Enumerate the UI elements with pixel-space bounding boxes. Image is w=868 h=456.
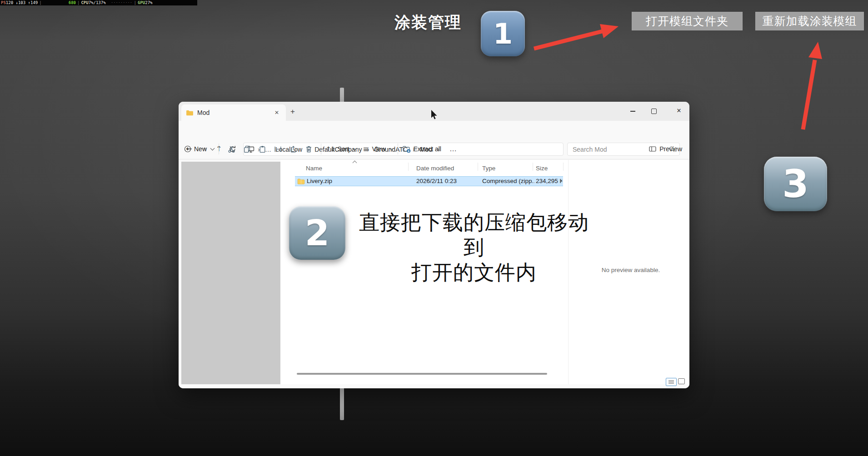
svg-text:A: A xyxy=(276,147,279,152)
fps-overlay: PS 120 ↓103 ↑149 | 680 | CPU 7%/137% ···… xyxy=(0,0,197,5)
status-bar xyxy=(179,384,689,388)
column-header-name[interactable]: Name xyxy=(306,165,322,172)
file-date-modified: 2026/2/11 0:23 xyxy=(416,178,457,184)
background-divider-bar xyxy=(340,88,344,102)
preview-empty-text: No preview available. xyxy=(585,267,676,273)
instruction-text: 直接把下载的压缩包移动到 打开的文件内 xyxy=(349,210,599,285)
game-screen: PS 120 ↓103 ↑149 | 680 | CPU 7%/137% ···… xyxy=(0,0,868,456)
share-icon xyxy=(289,145,297,153)
reload-livery-mods-button[interactable]: 重新加载涂装模组 xyxy=(755,12,864,30)
cpu-graph: ········· xyxy=(111,0,133,5)
chevron-down-icon xyxy=(210,146,215,151)
new-label: New xyxy=(194,145,207,153)
arrow-to-reload-button xyxy=(794,36,826,134)
cut-button[interactable] xyxy=(224,142,238,156)
delete-button[interactable] xyxy=(302,142,315,156)
view-icon: ≡ xyxy=(363,144,369,154)
paste-button[interactable] xyxy=(255,142,269,156)
gpu-label: GPU xyxy=(138,0,145,5)
rename-button[interactable]: A xyxy=(271,142,284,156)
tab-title: Mod xyxy=(197,109,272,116)
step-3-keycap: 3 xyxy=(764,157,827,211)
details-view-toggle[interactable] xyxy=(666,378,677,386)
more-options-icon[interactable]: … xyxy=(449,145,457,153)
fps-values: 120 ↓103 ↑149 xyxy=(6,0,38,5)
page-title: 涂装管理 xyxy=(394,12,485,33)
copy-button[interactable] xyxy=(240,142,254,156)
step-1-keycap: 1 xyxy=(481,11,525,56)
column-header-date[interactable]: Date modified xyxy=(416,165,454,172)
open-mod-folder-button[interactable]: 打开模组文件夹 xyxy=(632,12,743,30)
command-bar: New A xyxy=(179,139,689,159)
address-bar: ← → ↑ › … LocalLow › DefaultCompany › Gr… xyxy=(179,121,689,139)
sort-button[interactable]: ↑↓ Sort xyxy=(326,145,356,153)
instruction-line-2: 打开的文件内 xyxy=(349,260,599,285)
column-header-type[interactable]: Type xyxy=(482,165,495,172)
fps-average: 680 xyxy=(69,0,76,5)
toolbar-divider xyxy=(398,144,398,154)
navigation-pane xyxy=(181,162,280,384)
sort-icon: ↑↓ xyxy=(326,145,334,153)
sort-label: Sort xyxy=(337,145,349,153)
chevron-down-icon xyxy=(389,146,394,151)
column-divider[interactable] xyxy=(563,163,564,171)
step-2-keycap: 2 xyxy=(289,206,345,260)
column-divider[interactable] xyxy=(478,163,478,171)
mouse-cursor xyxy=(431,110,438,120)
horizontal-scrollbar[interactable] xyxy=(297,373,547,375)
tab-close-icon[interactable]: ✕ xyxy=(272,109,281,117)
cut-icon xyxy=(228,145,235,153)
extract-all-label: Extract all xyxy=(414,145,441,153)
tab-mod[interactable]: Mod ✕ xyxy=(181,104,286,121)
details-view-icon xyxy=(668,380,674,384)
copy-icon xyxy=(243,145,251,153)
maximize-button[interactable] xyxy=(651,109,657,114)
new-tab-button[interactable]: + xyxy=(290,107,295,116)
cpu-label: CPU xyxy=(81,0,88,5)
overlay-separator: | xyxy=(133,0,138,5)
toolbar-divider xyxy=(321,144,321,154)
new-button[interactable]: New xyxy=(184,145,214,153)
view-button[interactable]: ≡ View xyxy=(363,144,393,154)
preview-toggle-button[interactable]: Preview xyxy=(649,145,682,153)
rename-icon: A xyxy=(274,145,282,153)
instruction-line-1: 直接把下载的压缩包移动到 xyxy=(349,210,599,260)
table-row-livery-zip[interactable]: Livery.zip 2026/2/11 0:23 Compressed (zi… xyxy=(295,176,563,186)
file-type: Compressed (zipp... xyxy=(482,178,534,184)
extract-all-button[interactable]: Extract all xyxy=(403,145,441,153)
share-button[interactable] xyxy=(286,142,300,156)
background-divider-bar xyxy=(340,388,344,420)
file-name: Livery.zip xyxy=(307,178,332,184)
column-header-size[interactable]: Size xyxy=(536,165,548,172)
column-divider[interactable] xyxy=(533,163,533,171)
preview-label: Preview xyxy=(659,145,682,153)
close-button[interactable]: ✕ xyxy=(672,107,686,114)
extract-all-icon xyxy=(403,145,411,153)
file-size: 234,295 KB xyxy=(536,178,562,184)
new-icon xyxy=(184,145,191,153)
arrow-to-open-folder-button xyxy=(529,20,625,55)
folder-icon xyxy=(186,109,194,116)
large-icons-view-toggle[interactable] xyxy=(678,378,685,384)
preview-pane-icon xyxy=(649,145,656,153)
toolbar-divider xyxy=(219,144,219,154)
cpu-value: 7%/137% xyxy=(89,0,106,5)
trash-icon xyxy=(305,145,313,153)
chevron-down-icon xyxy=(353,146,357,151)
minimize-button[interactable] xyxy=(630,111,635,112)
overlay-separator: | xyxy=(76,0,81,5)
fps-label: PS xyxy=(1,0,6,5)
view-label: View xyxy=(372,145,385,153)
column-divider[interactable] xyxy=(408,163,409,171)
overlay-separator: | xyxy=(38,0,43,5)
zip-file-icon xyxy=(297,178,305,184)
gpu-value: 27% xyxy=(145,0,152,5)
paste-icon xyxy=(259,145,266,153)
